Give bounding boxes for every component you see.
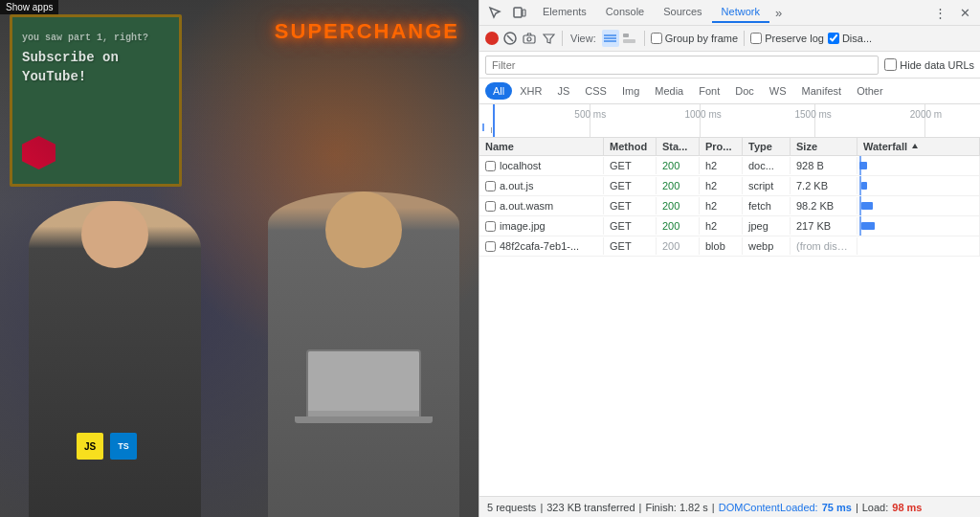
toolbar-divider-3 [744,31,745,46]
svg-rect-9 [623,34,629,37]
filter-input[interactable] [485,56,879,75]
cell-status-imagejpg: 200 [657,217,700,235]
dom-content-loaded-link[interactable]: DOMContentLoaded: [719,502,818,513]
table-row[interactable]: a.out.js GET 200 h2 script 7.2 KB [479,176,980,196]
chalk-subtext: you saw part 1, right? [22,32,169,45]
svg-line-3 [507,35,513,41]
type-tab-js[interactable]: JS [549,82,577,100]
type-tab-xhr[interactable]: XHR [512,82,549,100]
cell-proto-blob: blob [700,237,743,255]
col-header-type[interactable]: Type [743,138,791,155]
cell-waterfall-blob [858,236,980,256]
js-badge: JS [77,433,103,460]
view-list-btn[interactable] [602,30,619,47]
table-row[interactable]: image.jpg GET 200 h2 jpeg 217 KB [479,216,980,236]
devtools-select-tool-btn[interactable] [483,1,506,24]
type-tab-img[interactable]: Img [614,82,647,100]
col-header-proto[interactable]: Pro... [700,138,743,155]
tab-elements[interactable]: Elements [533,2,596,23]
screenshot-button[interactable] [522,31,537,46]
timeline-dip [491,127,492,133]
cell-size-aoutwasm: 98.2 KB [791,197,858,214]
cell-type-localhost: doc... [743,157,791,174]
tab-network[interactable]: Network [712,2,769,23]
cell-status-localhost: 200 [657,157,700,174]
cell-method-aoutwasm: GET [604,197,657,214]
type-tab-manifest[interactable]: Manifest [794,82,850,100]
type-tab-media[interactable]: Media [647,82,691,100]
type-tab-css[interactable]: CSS [577,82,614,100]
devtools-topbar: Elements Console Sources Network » ⋮ ✕ [479,0,980,26]
devtools-close-btn[interactable]: ✕ [953,1,976,24]
group-by-frame-checkbox[interactable]: Group by frame [651,33,738,44]
angular-logo [22,136,56,169]
status-transferred: 323 KB transferred [546,502,635,513]
table-row[interactable]: 48f2cafa-7eb1-... GET 200 blob webp (fro… [479,236,980,257]
col-header-waterfall[interactable]: Waterfall [858,138,980,155]
record-button[interactable] [485,32,499,45]
type-tab-ws[interactable]: WS [762,82,794,100]
devtools-more-tabs[interactable]: » [769,4,788,22]
cell-method-aoutjs: GET [604,177,657,194]
status-sep-1: | [540,502,543,513]
tab-sources[interactable]: Sources [654,2,711,23]
waterfall-line-blue [859,156,861,175]
timeline-area: 500 ms 1000 ms 1500 ms 2000 m [479,104,980,138]
cell-type-blob: webp [743,237,791,255]
devtools-settings-btn[interactable]: ⋮ [928,1,951,24]
cell-size-localhost: 928 B [791,157,858,174]
cell-waterfall-aoutjs [858,176,980,195]
svg-rect-0 [514,8,522,17]
type-tab-all[interactable]: All [485,82,512,100]
disable-cache-checkbox[interactable]: Disa... [828,33,872,44]
cell-type-aoutjs: script [743,177,791,194]
row-checkbox-aoutwasm[interactable] [485,201,496,212]
toolbar-divider-1 [562,31,563,46]
clear-button[interactable] [502,31,518,46]
view-tree-btn[interactable] [621,30,638,47]
network-toolbar: View: Group by frame Preserve log Disa..… [479,26,980,52]
table-row[interactable]: a.out.wasm GET 200 h2 fetch 98.2 KB [479,196,980,216]
laptop-screen [308,351,419,411]
cell-proto-localhost: h2 [700,157,743,174]
hide-data-urls-label[interactable]: Hide data URLs [884,58,974,71]
col-header-size[interactable]: Size [791,138,858,155]
svg-rect-4 [523,35,535,43]
cell-name-imagejpg: image.jpg [479,217,604,235]
cell-size-imagejpg: 217 KB [791,217,858,235]
status-finish: Finish: 1.82 s [645,502,707,513]
laptop [306,349,421,421]
table-row[interactable]: localhost GET 200 h2 doc... 928 B [479,156,980,176]
timeline-bar-1 [482,124,484,131]
cell-method-blob: GET [604,237,657,255]
toolbar-divider-2 [644,31,645,46]
cell-method-imagejpg: GET [604,217,657,235]
row-checkbox-aoutjs[interactable] [485,181,496,191]
waterfall-line-blue-aoutwasm [859,196,861,215]
waterfall-bar-imagejpg [861,222,875,230]
cell-size-aoutjs: 7.2 KB [791,177,858,194]
waterfall-bar-aoutjs [861,182,867,190]
view-label: View: [568,33,598,44]
col-header-status[interactable]: Sta... [657,138,700,155]
load-value: 98 ms [892,502,922,513]
cell-name-aoutjs: a.out.js [479,177,604,194]
col-header-name[interactable]: Name [479,138,604,155]
row-checkbox-localhost[interactable] [485,161,496,171]
preserve-log-checkbox[interactable]: Preserve log [750,33,824,44]
tab-console[interactable]: Console [596,2,654,23]
devtools-actions: ⋮ ✕ [928,1,976,24]
timeline-blue-line [493,104,495,137]
row-checkbox-blob[interactable] [485,241,496,252]
status-sep-2: | [639,502,642,513]
show-apps-button[interactable]: Show apps [0,0,58,14]
hide-data-urls-checkbox[interactable] [884,58,897,71]
type-tab-font[interactable]: Font [691,82,727,100]
load-label: Load: [862,502,889,513]
cell-waterfall-aoutwasm [858,196,980,215]
row-checkbox-imagejpg[interactable] [485,221,496,232]
col-header-method[interactable]: Method [604,138,657,155]
type-tab-other[interactable]: Other [849,82,891,100]
type-tab-doc[interactable]: Doc [727,82,762,100]
devtools-device-btn[interactable] [508,1,531,24]
